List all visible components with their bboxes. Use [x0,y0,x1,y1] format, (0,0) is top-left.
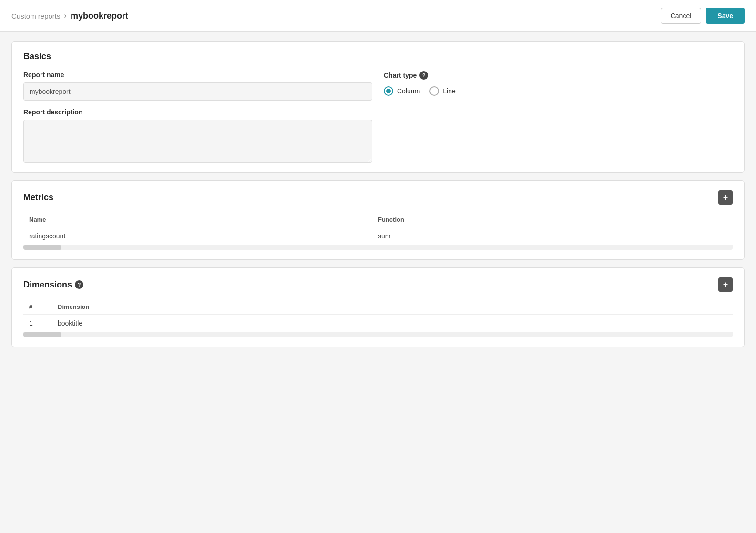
dimension-value-cell: booktitle [58,319,727,327]
dimensions-col-hash: # [29,303,58,310]
chart-type-section: Chart type ? Column Line [384,71,733,163]
radio-column-label: Column [397,87,420,95]
radio-line-indicator [429,86,439,96]
breadcrumb-separator: › [64,11,67,20]
metric-name-cell: ratingscount [29,232,378,240]
dimensions-title: Dimensions ? [23,280,83,290]
table-row: 1 booktitle [23,315,733,332]
metrics-scrollbar[interactable] [23,245,733,250]
basics-grid: Report name Report description Chart typ… [23,71,733,163]
radio-line[interactable]: Line [429,86,455,96]
save-button[interactable]: Save [706,8,745,24]
table-row: ratingscount sum [23,227,733,245]
report-description-input[interactable] [23,120,372,163]
metrics-table: Name Function ratingscount sum [23,212,733,245]
chart-type-radio-group: Column Line [384,86,733,96]
dimensions-card: Dimensions ? + # Dimension 1 booktitle [11,267,745,347]
cancel-button[interactable]: Cancel [661,8,702,24]
metrics-table-header: Name Function [23,212,733,227]
breadcrumb-current: mybookreport [71,11,128,21]
breadcrumb-parent[interactable]: Custom reports [11,12,61,20]
dimensions-table: # Dimension 1 booktitle [23,299,733,332]
metrics-title: Metrics [23,193,53,203]
dimensions-add-button[interactable]: + [718,277,733,292]
report-name-group: Report name [23,71,372,101]
dimensions-scrollbar-thumb [23,332,61,337]
dimensions-title-text: Dimensions [23,280,72,290]
dimensions-table-header: # Dimension [23,299,733,315]
radio-column-indicator [384,86,393,96]
metrics-add-button[interactable]: + [718,190,733,205]
basics-card: Basics Report name Report description Ch… [11,41,745,173]
dimension-index-cell: 1 [29,319,58,327]
dimensions-header: Dimensions ? + [23,277,733,292]
top-bar: Custom reports › mybookreport Cancel Sav… [0,0,756,32]
report-name-label: Report name [23,71,372,79]
dimensions-scrollbar[interactable] [23,332,733,337]
basics-left: Report name Report description [23,71,372,163]
page-content: Basics Report name Report description Ch… [0,32,756,357]
chart-type-help-icon[interactable]: ? [419,71,428,80]
metrics-col-name: Name [29,216,378,223]
metrics-col-function: Function [378,216,727,223]
radio-column[interactable]: Column [384,86,420,96]
radio-line-label: Line [443,87,455,95]
dimensions-help-icon[interactable]: ? [75,280,83,289]
chart-type-label-row: Chart type ? [384,71,733,80]
metrics-header: Metrics + [23,190,733,205]
report-description-label: Report description [23,108,372,116]
breadcrumb: Custom reports › mybookreport [11,11,128,21]
metrics-card: Metrics + Name Function ratingscount sum [11,180,745,260]
basics-title: Basics [23,51,733,62]
metric-function-cell: sum [378,232,727,240]
toolbar-actions: Cancel Save [661,8,745,24]
chart-type-label: Chart type [384,72,417,79]
metrics-scrollbar-thumb [23,245,61,250]
report-description-group: Report description [23,108,372,163]
dimensions-col-dimension: Dimension [58,303,727,310]
report-name-input[interactable] [23,82,372,101]
